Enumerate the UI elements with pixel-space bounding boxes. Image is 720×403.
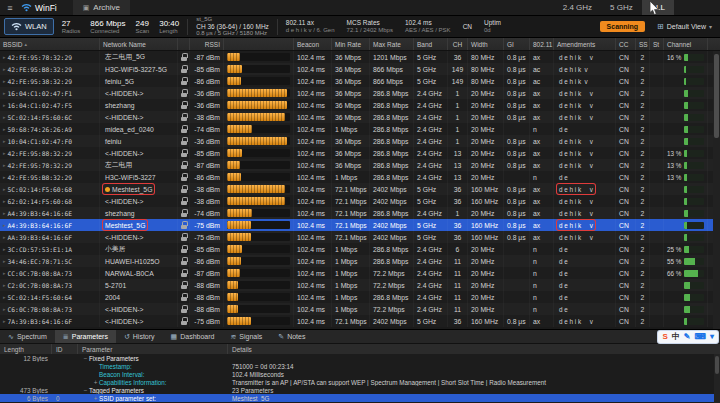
hamburger-menu-icon[interactable]: ≡ xyxy=(0,3,20,13)
detail-row[interactable]: 473 Bytes−Tagged Parameters23 Parameters xyxy=(0,386,720,394)
row-expander-icon[interactable]: ▸ xyxy=(3,210,6,216)
sogou-logo-icon[interactable]: S xyxy=(662,331,667,343)
table-row[interactable]: ▸3C:CD:57:53:E1:1A小美居-85 dBm102.4 ms1 Mb… xyxy=(0,243,713,255)
detail-row[interactable]: +Capabilities Information:Transmitter is… xyxy=(0,378,720,386)
scrollbar-thumb[interactable] xyxy=(714,54,719,138)
tab-notes[interactable]: ✎Notes xyxy=(270,330,313,343)
column-header-details[interactable]: Details xyxy=(228,344,720,354)
expander-icon[interactable]: − xyxy=(82,355,89,362)
table-row[interactable]: ▸10:04:C1:02:47:F0feiniu-36 dBm102.4 ms3… xyxy=(0,135,713,147)
ime-keyboard-icon[interactable]: ⌨ xyxy=(694,331,706,343)
table-row[interactable]: ▸5C:02:14:F5:60:68Meshtest_5G-38 dBm102.… xyxy=(0,183,713,195)
row-expander-icon[interactable]: ▸ xyxy=(3,174,6,180)
ime-toolbar[interactable]: S中✎⌨▾ xyxy=(658,331,718,343)
row-expander-icon[interactable]: ▸ xyxy=(3,282,6,288)
column-header-bssid[interactable]: BSSID▴ xyxy=(0,38,100,50)
row-expander-icon[interactable]: ▸ xyxy=(3,54,6,60)
table-row[interactable]: ▸42:FE:95:B8:32:29H3C-WiFi5-3227-5G-85 d… xyxy=(0,63,713,75)
column-header-width[interactable]: Width xyxy=(468,38,504,50)
row-expander-icon[interactable]: ▸ xyxy=(3,114,6,120)
ime-pen-icon[interactable]: ✎ xyxy=(684,331,691,343)
detail-scrollbar[interactable] xyxy=(714,354,720,403)
expander-icon[interactable]: − xyxy=(82,387,89,394)
tab-parameters[interactable]: ≣Parameters xyxy=(55,330,116,343)
column-header-amendments[interactable]: Amendments xyxy=(554,38,616,50)
table-row[interactable]: ▸34:46:EC:78:71:5CHUAWEI-H1025O-86 dBm10… xyxy=(0,255,713,267)
table-row[interactable]: ▸16:04:C1:02:47:F1<-HIDDEN->-36 dBm102.4… xyxy=(0,87,713,99)
table-row[interactable]: ▸AA:39:B3:64:16:6F<-HIDDEN->-75 dBm102.4… xyxy=(0,231,713,243)
column-header-col2[interactable] xyxy=(178,38,190,50)
row-expander-icon[interactable]: ▸ xyxy=(3,318,6,324)
vertical-scrollbar[interactable] xyxy=(713,51,720,329)
row-expander-icon[interactable]: ▸ xyxy=(3,306,6,312)
column-header-802-11[interactable]: 802.11 xyxy=(530,38,554,50)
row-expander-icon[interactable]: ▸ xyxy=(3,270,6,276)
column-header-id[interactable]: ID xyxy=(52,344,78,354)
row-expander-icon[interactable]: ▸ xyxy=(3,294,6,300)
table-row[interactable]: ▸C6:0C:7B:08:8A:73<-HIDDEN->-88 dBm102.4… xyxy=(0,303,713,315)
column-header-gi[interactable]: GI xyxy=(504,38,530,50)
table-row[interactable]: ▸5C:02:14:F5:60:642004-88 dBm102.4 ms1 M… xyxy=(0,291,713,303)
row-expander-icon[interactable]: ▸ xyxy=(3,234,6,240)
table-row[interactable]: ▸42:FE:95:78:32:29左二电用-87 dBm102.4 ms36 … xyxy=(0,159,713,171)
column-header-col4[interactable] xyxy=(224,38,294,50)
table-row[interactable]: ▸42:FE:95:78:32:29左二电用_5G-87 dBm102.4 ms… xyxy=(0,51,713,63)
band-24ghz-button[interactable]: 2.4 GHz xyxy=(554,0,601,15)
column-header-length[interactable]: Length xyxy=(0,344,52,354)
ime-chinese-mode[interactable]: 中 xyxy=(672,331,680,343)
row-expander-icon[interactable]: ▸ xyxy=(3,138,6,144)
detail-row[interactable]: 6 Bytes0+SSID parameter set:Meshtest_5G xyxy=(0,394,720,402)
row-expander-icon[interactable]: ▸ xyxy=(3,126,6,132)
expander-icon[interactable]: + xyxy=(92,379,99,386)
row-expander-icon[interactable]: ▸ xyxy=(3,258,6,264)
tab-signals[interactable]: ≋Signals xyxy=(222,330,270,343)
column-header-ss[interactable]: SS xyxy=(636,38,650,50)
column-header-band[interactable]: Band xyxy=(414,38,448,50)
table-row[interactable]: ▸62:02:14:F5:60:68<-HIDDEN->-38 dBm102.4… xyxy=(0,195,713,207)
row-expander-icon[interactable]: ▸ xyxy=(3,198,6,204)
row-expander-icon[interactable]: ▸ xyxy=(3,66,6,72)
table-row[interactable]: ▸50:68:74:26:26:A9midea_ed_0240-74 dBm10… xyxy=(0,123,713,135)
table-row[interactable]: ▸A4:39:B3:64:16:6Eshezhang-74 dBm102.4 m… xyxy=(0,207,713,219)
view-selector[interactable]: ⊞ Default View ▾ xyxy=(653,22,716,31)
row-expander-icon[interactable]: ▸ xyxy=(3,222,6,228)
detail-row[interactable]: Beacon Interval:102.4 Milliseconds xyxy=(0,370,720,378)
tab-spectrum[interactable]: ∿Spectrum xyxy=(0,330,55,343)
tab-dashboard[interactable]: ▦Dashboard xyxy=(163,330,223,343)
column-header-network-name[interactable]: Network Name xyxy=(100,38,178,50)
detail-row[interactable]: 12 Bytes−Fixed Parameters xyxy=(0,354,720,362)
tab-history[interactable]: ↺History xyxy=(116,330,163,343)
row-expander-icon[interactable]: ▸ xyxy=(3,78,6,84)
row-expander-icon[interactable]: ▸ xyxy=(3,186,6,192)
tab-archive[interactable]: ▣ Archive xyxy=(73,0,130,15)
column-header-min-rate[interactable]: Min Rate xyxy=(332,38,370,50)
row-expander-icon[interactable]: ▸ xyxy=(3,102,6,108)
table-row[interactable]: ▸42:FE:95:B8:32:29H3C-WiFi5-3227-86 dBm1… xyxy=(0,171,713,183)
column-header-max-rate[interactable]: Max Rate xyxy=(370,38,414,50)
band-5ghz-button[interactable]: 5 GHz xyxy=(601,0,642,15)
column-header-parameter[interactable]: Parameter xyxy=(78,344,228,354)
expander-icon[interactable]: + xyxy=(92,395,99,402)
row-expander-icon[interactable]: ▸ xyxy=(3,162,6,168)
detail-row[interactable]: Timestamp:751000 = 0d 00:23:14 xyxy=(0,362,720,370)
row-expander-icon[interactable]: ▸ xyxy=(3,150,6,156)
row-expander-icon[interactable]: ▸ xyxy=(3,246,6,252)
table-row[interactable]: ▸5C:02:14:F5:60:6C<-HIDDEN->-38 dBm102.4… xyxy=(0,111,713,123)
table-row[interactable]: ▸C2:0C:7B:08:8A:735-2701-88 dBm102.4 ms1… xyxy=(0,279,713,291)
table-row[interactable]: ▸A4:39:B3:64:16:6FMeshtest_5G-75 dBm102.… xyxy=(0,219,713,231)
scrollbar-thumb[interactable] xyxy=(715,356,719,374)
scanning-button[interactable]: Scanning xyxy=(600,21,646,32)
table-row[interactable]: ▸16:04:C1:02:47:F5shezhang-36 dBm102.4 m… xyxy=(0,99,713,111)
table-row[interactable]: ▸CC:0C:7B:08:8A:73NARWAL-B0CA-87 dBm102.… xyxy=(0,267,713,279)
table-row[interactable]: ▸42:FE:95:38:32:29feiniu_5G-86 dBm102.4 … xyxy=(0,75,713,87)
table-row[interactable]: ▸42:FE:95:88:32:29<-HIDDEN->-85 dBm102.4… xyxy=(0,147,713,159)
table-row[interactable]: ▸7A:39:B3:64:16:6F<-HIDDEN->-75 dBm102.4… xyxy=(0,315,713,327)
column-header-beacon[interactable]: Beacon xyxy=(294,38,332,50)
column-header-rssi[interactable]: RSSI xyxy=(190,38,224,50)
row-expander-icon[interactable]: ▸ xyxy=(3,90,6,96)
wlan-button[interactable]: WLAN xyxy=(4,18,54,35)
column-header-ch[interactable]: CH xyxy=(448,38,468,50)
column-header-cc[interactable]: CC xyxy=(616,38,636,50)
ime-menu-icon[interactable]: ▾ xyxy=(710,331,714,343)
column-header-st[interactable]: St xyxy=(650,38,664,50)
